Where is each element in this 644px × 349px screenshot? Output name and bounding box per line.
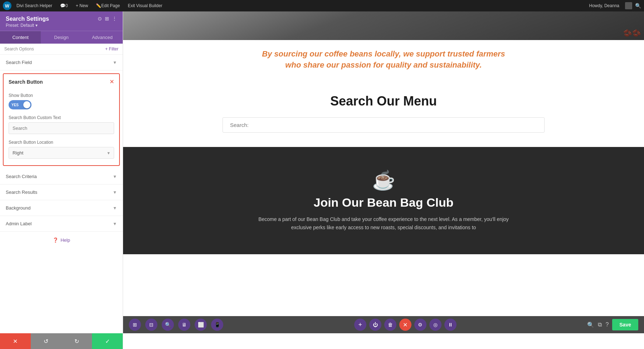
search-criteria-label: Search Criteria (6, 174, 37, 179)
floating-save-button[interactable]: Save (612, 319, 638, 330)
admin-label-text: Admin Label (6, 221, 31, 226)
user-greeting[interactable]: Howdy, Deanna (586, 0, 623, 11)
panel-header-left: Search Settings Preset: Default ▾ (6, 16, 49, 28)
location-select-wrap: Right Left Below ▼ (9, 147, 114, 159)
more-icon[interactable]: ⋮ (112, 16, 117, 21)
comment-count[interactable]: 💬 0 (57, 0, 71, 11)
ft-right-layers-icon[interactable]: ⧉ (598, 321, 602, 328)
ft-gear-icon[interactable]: ⚙ (414, 319, 426, 331)
ft-close-icon[interactable]: ✕ (399, 319, 411, 331)
toggle-wrap: YES (9, 100, 114, 109)
custom-text-input[interactable] (9, 122, 114, 134)
ft-right-search-icon[interactable]: 🔍 (587, 321, 594, 328)
exit-builder-link[interactable]: Exit Visual Builder (125, 0, 165, 11)
top-bar: W Divi Search Helper 💬 0 + New ✏️ Edit P… (0, 0, 644, 11)
ft-tablet-icon[interactable]: ⬜ (195, 319, 207, 331)
dark-section: ☕ Join Our Bean Bag Club Become a part o… (123, 147, 644, 254)
ft-right-help-icon[interactable]: ? (605, 321, 609, 328)
search-options-bar: Search Options + Filter (0, 44, 123, 55)
show-button-label: Show Button (9, 93, 114, 98)
search-button-header[interactable]: Search Button ✕ (4, 74, 119, 89)
search-field-header[interactable]: Search Field ▼ (0, 55, 123, 70)
search-options-label: Search Options (4, 46, 34, 51)
search-results-header[interactable]: Search Results ▼ (0, 185, 123, 200)
show-button-toggle[interactable]: YES (9, 100, 31, 109)
panel-title: Search Settings (6, 16, 49, 22)
search-field-chevron: ▼ (113, 60, 117, 65)
search-field-accordion: Search Field ▼ (0, 55, 123, 70)
search-bar-input[interactable] (223, 117, 545, 133)
divi-helper-link[interactable]: Divi Search Helper (14, 0, 55, 11)
coffee-image-section: 🫘🫘 (123, 11, 644, 40)
cancel-button[interactable]: ✕ (0, 333, 31, 349)
admin-label-accordion: Admin Label ▼ (0, 216, 123, 232)
search-results-chevron: ▼ (113, 190, 117, 195)
ft-mobile-icon[interactable]: 📱 (211, 319, 223, 331)
panel-header-icons: ⊙ ⊞ ⋮ (98, 16, 117, 21)
tabs-row: Content Design Advanced (0, 31, 123, 44)
location-select[interactable]: Right Left Below (9, 147, 114, 159)
search-results-label: Search Results (6, 190, 37, 195)
search-criteria-header[interactable]: Search Criteria ▼ (0, 169, 123, 184)
top-bar-right: Howdy, Deanna 🔍 (586, 0, 641, 11)
undo-button[interactable]: ↺ (31, 333, 62, 349)
filter-button[interactable]: + Filter (105, 46, 118, 51)
redo-button[interactable]: ↻ (62, 333, 92, 349)
wp-icon[interactable]: W (3, 1, 11, 10)
help-label: Help (60, 237, 70, 243)
ft-trash-icon[interactable]: 🗑 (384, 319, 396, 331)
ft-desktop-icon[interactable]: 🖥 (178, 319, 190, 331)
bottom-action-bar: ✕ ↺ ↻ ✓ (0, 333, 123, 349)
main-layout: Search Settings Preset: Default ▾ ⊙ ⊞ ⋮ … (0, 11, 644, 349)
search-button-body: Show Button YES Search Button Custom Tex… (4, 89, 119, 165)
help-icon: ❓ (53, 237, 58, 243)
search-button-close-icon[interactable]: ✕ (109, 78, 114, 85)
ft-grid-icon[interactable]: ⊞ (129, 319, 141, 331)
focus-icon[interactable]: ⊙ (98, 16, 102, 21)
user-avatar[interactable] (625, 2, 632, 9)
ft-power-icon[interactable]: ⏻ (369, 319, 381, 331)
search-field-label: Search Field (6, 60, 32, 65)
background-header[interactable]: Background ▼ (0, 200, 123, 216)
left-panel: Search Settings Preset: Default ▾ ⊙ ⊞ ⋮ … (0, 11, 123, 349)
orange-text-section: By sourcing our coffee beans locally, we… (123, 40, 644, 79)
save-checkmark-button[interactable]: ✓ (92, 333, 123, 349)
search-results-accordion: Search Results ▼ (0, 185, 123, 200)
ft-center-icons: + ⏻ 🗑 ✕ ⚙ ◎ ⏸ (354, 319, 457, 331)
tab-advanced[interactable]: Advanced (82, 31, 123, 44)
panel-content: Search Field ▼ Search Button ✕ Show Butt… (0, 55, 123, 333)
search-section-title: Search Our Menu (152, 94, 615, 109)
toggle-yes-label: YES (11, 103, 19, 107)
ft-table-icon[interactable]: ⊟ (145, 319, 157, 331)
dark-section-text: Become a part of our Bean Bag Club and t… (258, 215, 509, 231)
ft-target-icon[interactable]: ◎ (429, 319, 441, 331)
tab-content[interactable]: Content (0, 31, 41, 44)
admin-label-header[interactable]: Admin Label ▼ (0, 216, 123, 231)
topbar-search-icon[interactable]: 🔍 (635, 3, 641, 9)
ft-add-icon[interactable]: + (354, 319, 366, 331)
search-section: Search Our Menu (123, 79, 644, 147)
new-link[interactable]: + New (73, 0, 91, 11)
tab-design[interactable]: Design (41, 31, 82, 44)
ft-pause-icon[interactable]: ⏸ (444, 319, 457, 331)
search-criteria-chevron: ▼ (113, 174, 117, 179)
coffee-cup-icon: ☕ (372, 169, 395, 191)
edit-page-link[interactable]: ✏️ Edit Page (93, 0, 123, 11)
ft-search-icon[interactable]: 🔍 (162, 319, 174, 331)
search-button-section: Search Button ✕ Show Button YES Search B… (3, 73, 120, 166)
toggle-knob (23, 101, 30, 108)
help-row[interactable]: ❓ Help (0, 232, 123, 249)
search-button-title: Search Button (9, 79, 43, 85)
floating-toolbar: ⊞ ⊟ 🔍 🖥 ⬜ 📱 + ⏻ 🗑 ✕ ⚙ ◎ ⏸ 🔍 ⧉ ? Save (123, 316, 644, 333)
background-chevron: ▼ (113, 206, 117, 211)
background-accordion: Background ▼ (0, 200, 123, 216)
wp-logo: W (5, 3, 9, 9)
location-label: Search Button Location (9, 140, 114, 145)
admin-label-chevron: ▼ (113, 221, 117, 226)
panel-preset[interactable]: Preset: Default ▾ (6, 23, 49, 28)
right-content: 🫘🫘 By sourcing our coffee beans locally,… (123, 11, 644, 349)
custom-text-label: Search Button Custom Text (9, 115, 114, 120)
dark-section-title: Join Our Bean Bag Club (313, 196, 453, 210)
ft-left-icons: ⊞ ⊟ 🔍 🖥 ⬜ 📱 (129, 319, 223, 331)
layout-icon[interactable]: ⊞ (105, 16, 109, 21)
